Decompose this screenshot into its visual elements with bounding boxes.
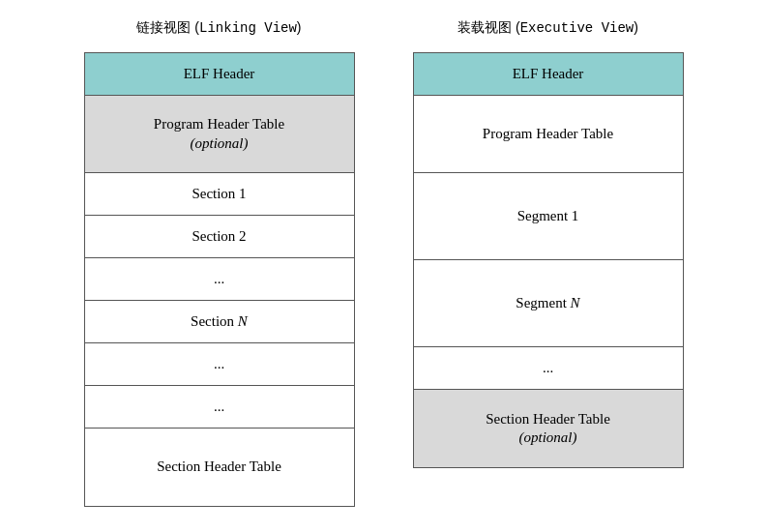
linking-section-1: Section 1 — [85, 173, 354, 216]
linking-section-header-table: Section Header Table — [85, 429, 354, 506]
linking-title-en: Linking View — [199, 20, 297, 36]
linking-view-group: 链接视图 (Linking View) ELF Header Program H… — [84, 19, 355, 507]
linking-dots-3: ... — [85, 386, 354, 429]
linking-view-box: ELF Header Program Header Table(optional… — [84, 52, 355, 507]
executive-section-header-table: Section Header Table(optional) — [414, 390, 683, 467]
linking-section-n: Section N — [85, 301, 354, 343]
executive-title-en: Executive View — [520, 20, 634, 36]
executive-elf-header: ELF Header — [414, 53, 683, 96]
linking-dots-2: ... — [85, 343, 354, 386]
executive-segment-1: Segment 1 — [414, 173, 683, 260]
linking-dots-1: ... — [85, 258, 354, 301]
executive-view-title: 装载视图 (Executive View) — [457, 19, 638, 37]
linking-view-title: 链接视图 (Linking View) — [136, 19, 301, 37]
linking-section-2: Section 2 — [85, 216, 354, 258]
executive-program-header-table: Program Header Table — [414, 96, 683, 173]
linking-program-header-table: Program Header Table(optional) — [85, 96, 354, 173]
executive-dots: ... — [414, 347, 683, 390]
linking-elf-header: ELF Header — [85, 53, 354, 96]
executive-view-group: 装载视图 (Executive View) ELF Header Program… — [413, 19, 684, 507]
executive-segment-n: Segment N — [414, 260, 683, 347]
linking-title-zh: 链接视图 — [136, 19, 191, 35]
main-container: 链接视图 (Linking View) ELF Header Program H… — [29, 19, 738, 507]
executive-title-zh: 装载视图 — [457, 19, 512, 35]
executive-view-box: ELF Header Program Header Table Segment … — [413, 52, 684, 468]
